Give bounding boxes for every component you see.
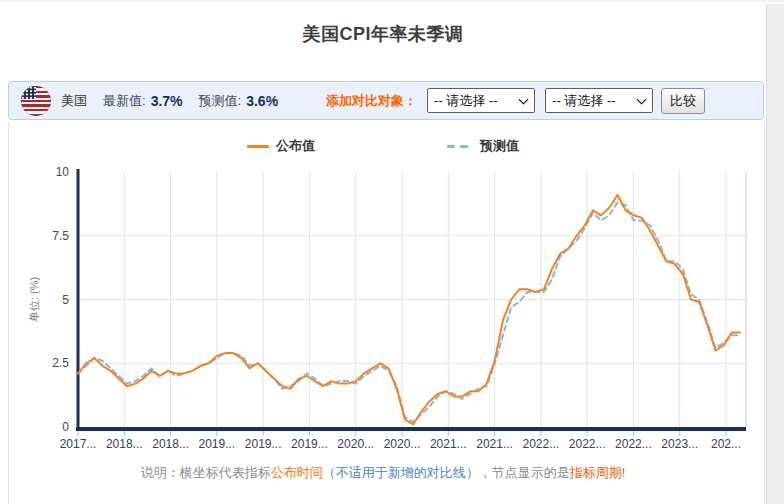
svg-text:202...: 202... xyxy=(711,437,741,451)
svg-text:2021...: 2021... xyxy=(476,437,513,451)
svg-text:5: 5 xyxy=(62,293,69,307)
svg-text:2019...: 2019... xyxy=(199,437,236,451)
svg-text:10: 10 xyxy=(56,165,70,179)
note-prefix: 说明：横坐标代表指标 xyxy=(141,465,271,480)
svg-text:2022...: 2022... xyxy=(615,437,652,451)
svg-text:2.5: 2.5 xyxy=(52,356,69,370)
footer-note: 说明：横坐标代表指标公布时间（不适用于新增的对比线），节点显示的是指标周期! xyxy=(0,464,766,482)
note-paren: （不适用于新增的对比线） xyxy=(323,465,479,480)
note-mid: ，节点显示的是 xyxy=(479,465,570,480)
svg-text:2020...: 2020... xyxy=(384,437,421,451)
svg-text:2020...: 2020... xyxy=(337,437,374,451)
svg-text:2018...: 2018... xyxy=(152,437,189,451)
cpi-line-chart[interactable]: 2017...2018...2018...2019...2019...2019.… xyxy=(0,0,784,504)
svg-text:2018...: 2018... xyxy=(106,437,143,451)
note-publish-time: 公布时间 xyxy=(271,465,323,480)
svg-text:2019...: 2019... xyxy=(291,437,328,451)
svg-text:0: 0 xyxy=(62,420,69,434)
note-period: 指标周期! xyxy=(570,465,626,480)
svg-text:7.5: 7.5 xyxy=(52,229,69,243)
svg-text:2021...: 2021... xyxy=(430,437,467,451)
svg-text:单位: (%): 单位: (%) xyxy=(28,277,40,322)
svg-text:2023...: 2023... xyxy=(661,437,698,451)
svg-text:2017...: 2017... xyxy=(60,437,97,451)
svg-text:2022...: 2022... xyxy=(569,437,606,451)
svg-text:2019...: 2019... xyxy=(245,437,282,451)
svg-text:2022...: 2022... xyxy=(523,437,560,451)
